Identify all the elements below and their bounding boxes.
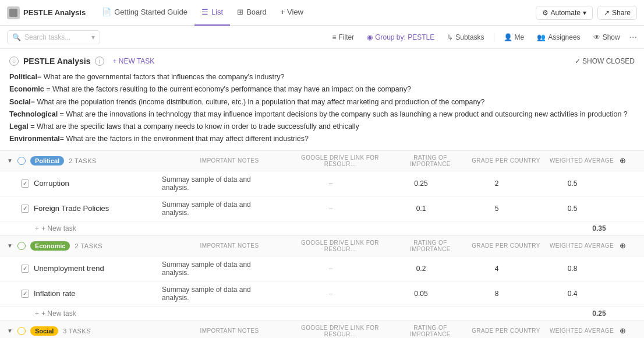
task-checkbox[interactable]: ✓ — [21, 290, 29, 298]
chevron-icon[interactable]: ▼ — [7, 328, 13, 334]
task-notes: Summay sample of data and analysis. — [162, 175, 278, 192]
automate-icon: ⚙ — [542, 9, 549, 17]
task-weighted: 0.5 — [535, 205, 610, 213]
add-col-icon-eco[interactable]: ⊕ — [620, 241, 637, 250]
task-rating: 0.05 — [383, 290, 459, 298]
description-section: ○ PESTLE Analysis i + NEW TASK ✓ SHOW CL… — [0, 49, 644, 151]
group-economic-header: ▼ Economic 2 TASKS IMPORTANT NOTES GOOGL… — [0, 236, 644, 256]
task-rating: 0.2 — [383, 265, 459, 273]
group-social-header: ▼ Social 3 TASKS IMPORTANT NOTES GOOGLE … — [0, 321, 644, 339]
economic-count: 2 TASKS — [75, 242, 102, 249]
col-google-drive: GOOGLE DRIVE LINK FOR RESOUR... — [288, 154, 392, 167]
col-grade-eco: GRADE PER COUNTRY — [468, 242, 544, 249]
eye-icon: 👁 — [593, 33, 600, 41]
task-drive: – — [278, 205, 383, 213]
table-row: ✓ Inflation rate Summay sample of data a… — [0, 281, 644, 307]
app-logo: PESTLE Analysis — [7, 6, 86, 19]
task-rating: 0.1 — [383, 205, 459, 213]
show-closed-button[interactable]: ✓ SHOW CLOSED — [575, 57, 635, 65]
add-col-icon-soc[interactable]: ⊕ — [620, 326, 637, 335]
task-drive: – — [278, 179, 383, 188]
chevron-icon[interactable]: ▼ — [7, 242, 13, 249]
share-button[interactable]: ↗ Share — [597, 6, 637, 20]
group-social: ▼ Social 3 TASKS IMPORTANT NOTES GOOGLE … — [0, 321, 644, 339]
top-nav: PESTLE Analysis 📄 Getting Started Guide … — [0, 0, 644, 26]
assignees-button[interactable]: 👥 Assignees — [533, 31, 583, 43]
task-weighted: 0.4 — [535, 290, 610, 298]
group-col-headers-soc: IMPORTANT NOTES GOOGLE DRIVE LINK FOR RE… — [171, 325, 637, 337]
doc-icon: 📄 — [102, 8, 111, 16]
desc-text-5: = What are the factors in the environmen… — [60, 135, 309, 143]
toolbar-right: ≡ Filter ◉ Group by: PESTLE ↳ Subtasks 👤… — [328, 31, 637, 43]
group-col-headers: IMPORTANT NOTES GOOGLE DRIVE LINK FOR RE… — [171, 154, 637, 167]
col-important-notes-soc: IMPORTANT NOTES — [171, 328, 288, 334]
task-checkbox[interactable]: ✓ — [21, 265, 29, 273]
desc-bold-5: Environmental — [9, 135, 60, 143]
task-grade: 5 — [459, 205, 535, 213]
toolbar-divider — [494, 33, 494, 42]
me-button[interactable]: 👤 Me — [500, 31, 528, 43]
new-task-button[interactable]: + NEW TASK — [109, 56, 158, 66]
nav-right: ⚙ Automate ▾ ↗ Share — [536, 6, 637, 20]
task-grade: 2 — [459, 179, 535, 188]
table-row: ✓ Corruption Summay sample of data and a… — [0, 171, 644, 196]
toolbar: 🔍 Search tasks... ▾ ≡ Filter ◉ Group by:… — [0, 26, 644, 49]
desc-bold-3: Technological — [9, 110, 58, 118]
assignees-icon: 👥 — [537, 33, 546, 41]
task-name[interactable]: Corruption — [34, 179, 162, 188]
task-drive: – — [278, 265, 383, 273]
svg-rect-0 — [9, 9, 17, 17]
table-row: ✓ Unemployment trend Summay sample of da… — [0, 256, 644, 281]
desc-text-3: = What are the innovations in technology… — [58, 110, 628, 118]
share-icon: ↗ — [604, 9, 610, 17]
nav-tabs: 📄 Getting Started Guide ☰ List ⊞ Board +… — [95, 0, 535, 26]
add-col-icon[interactable]: ⊕ — [620, 156, 637, 165]
board-icon: ⊞ — [237, 8, 243, 16]
col-rating: RATING OF IMPORTANCE — [392, 154, 468, 167]
new-task-row[interactable]: + + New task 0.25 — [0, 307, 644, 321]
subtasks-button[interactable]: ↳ Subtasks — [444, 31, 487, 43]
info-icon[interactable]: i — [95, 57, 104, 66]
search-box[interactable]: 🔍 Search tasks... ▾ — [7, 30, 100, 44]
group-by-button[interactable]: ◉ Group by: PESTLE — [363, 31, 438, 43]
plus-icon: + — [35, 224, 39, 233]
tab-board[interactable]: ⊞ Board — [230, 0, 274, 26]
social-badge: Social — [30, 326, 58, 336]
economic-circle-icon — [17, 242, 26, 250]
list-icon: ☰ — [201, 8, 208, 16]
more-button[interactable]: ··· — [629, 32, 637, 43]
desc-title: PESTLE Analysis — [23, 57, 90, 66]
automate-button[interactable]: ⚙ Automate ▾ — [536, 6, 593, 20]
chevron-down-icon: ▾ — [583, 9, 586, 17]
task-rating: 0.25 — [383, 179, 459, 188]
col-important-notes: IMPORTANT NOTES — [171, 157, 288, 164]
task-name[interactable]: Unemployment trend — [34, 264, 162, 273]
col-google-drive-soc: GOOGLE DRIVE LINK FOR RESOUR... — [288, 325, 392, 337]
task-checkbox[interactable]: ✓ — [21, 205, 29, 213]
task-grade: 8 — [459, 290, 535, 298]
new-task-label: + New task — [41, 224, 76, 233]
desc-text-1: = What are the factors resulting to the … — [44, 85, 411, 93]
task-name[interactable]: Inflation rate — [34, 289, 162, 298]
group-political: ▼ Political 2 TASKS IMPORTANT NOTES GOOG… — [0, 151, 644, 236]
tab-getting-started[interactable]: 📄 Getting Started Guide — [95, 0, 194, 26]
subtasks-icon: ↳ — [447, 33, 453, 41]
chevron-icon[interactable]: ▼ — [7, 157, 13, 164]
desc-bold-4: Legal — [9, 122, 29, 131]
task-checkbox[interactable]: ✓ — [21, 179, 29, 188]
task-drive: – — [278, 290, 383, 298]
new-task-row[interactable]: + + New task 0.35 — [0, 221, 644, 235]
task-notes: Summay sample of data and analysis. — [162, 286, 278, 302]
filter-button[interactable]: ≡ Filter — [328, 31, 358, 43]
group-icon: ◉ — [367, 33, 373, 41]
desc-bold-0: Political — [9, 73, 37, 81]
group-col-headers-eco: IMPORTANT NOTES GOOGLE DRIVE LINK FOR RE… — [171, 240, 637, 252]
tab-list[interactable]: ☰ List — [194, 0, 230, 26]
show-button[interactable]: 👁 Show — [590, 31, 624, 43]
description-lines: Political= What are the governmental fac… — [9, 71, 635, 146]
task-name[interactable]: Foreign Trade Policies — [34, 204, 162, 213]
collapse-icon[interactable]: ○ — [9, 57, 19, 66]
main-content: ○ PESTLE Analysis i + NEW TASK ✓ SHOW CL… — [0, 49, 644, 338]
task-notes: Summay sample of data and analysis. — [162, 200, 278, 217]
tab-add-view[interactable]: + View — [274, 0, 310, 26]
